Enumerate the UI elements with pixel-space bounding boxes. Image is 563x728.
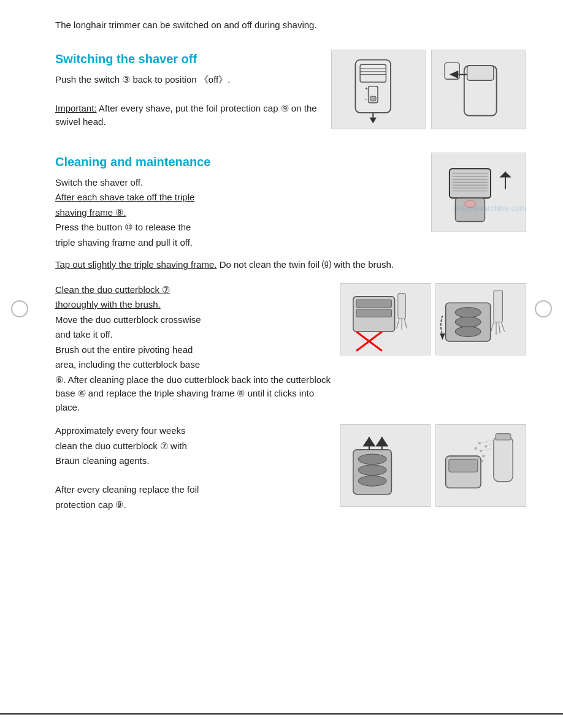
svg-point-66 (477, 458, 479, 460)
svg-point-40 (455, 317, 481, 327)
cleaning-line2: After each shave take off the triple (55, 191, 425, 205)
svg-rect-12 (467, 66, 493, 80)
cleaning-top-row: Cleaning and maintenance Switch the shav… (55, 153, 526, 251)
right-binding-circle (535, 300, 552, 317)
important-label: Important: (55, 103, 97, 113)
svg-point-49 (358, 454, 386, 464)
section-cleaning-title: Cleaning and maintenance (55, 153, 425, 171)
cleaning-line3a: Press the button ⑩ to release the (55, 221, 425, 235)
tap-rest: Do not clean the twin foil ⒢ with the br… (216, 259, 393, 270)
svg-text:-: - (364, 96, 366, 102)
tap-underline: Tap out slightly the triple shaving fram… (55, 259, 216, 270)
svg-point-61 (480, 449, 482, 452)
clean-line2: thoroughly with the brush. (55, 298, 334, 312)
cleaning-bottom-images (340, 424, 526, 507)
cleaning-top-images (431, 153, 526, 232)
svg-point-65 (481, 460, 483, 462)
svg-point-50 (358, 464, 386, 475)
svg-point-60 (484, 445, 487, 447)
section-switching-para2: Important: After every shave, put the fo… (55, 102, 325, 129)
left-binding-circle (11, 300, 28, 317)
cleaning-agent-image2 (435, 424, 526, 507)
approx-line1: Approximately every four weeks (55, 424, 334, 438)
foil-cap-image (431, 50, 526, 129)
svg-point-64 (475, 447, 477, 449)
intro-text: The longhair trimmer can be switched on … (55, 18, 526, 32)
cleaning-line2b-underline: shaving frame ⑧. (55, 207, 126, 218)
clean-underline1: Clean the duo cutterblock ⑦ (55, 284, 170, 295)
svg-rect-6 (370, 96, 376, 101)
cleaning-line2-underline: After each shave take off the triple (55, 192, 194, 202)
cleaning-bottom-text: Approximately every four weeks clean the… (55, 424, 340, 513)
cleaning-bottom-row: Approximately every four weeks clean the… (55, 424, 526, 513)
brush-line1: Brush out the entire pivoting head (55, 343, 334, 357)
move-line2: and take it off. (55, 328, 334, 342)
cleaning-mid-images (340, 283, 526, 355)
svg-rect-58 (494, 437, 513, 482)
svg-rect-42 (494, 290, 503, 322)
clean-underline2: thoroughly with the brush. (55, 299, 161, 309)
brush-line3: ⑥. After cleaning place the duo cutterbl… (55, 373, 334, 415)
svg-text:+: + (364, 85, 367, 91)
section-switching-title: Switching the shaver off (55, 50, 325, 68)
tap-para: Tap out slightly the triple shaving fram… (55, 258, 526, 272)
cleaning-line1: Switch the shaver off. (55, 176, 425, 190)
cleaning-text-col: Cleaning and maintenance Switch the shav… (55, 153, 431, 251)
svg-line-45 (499, 322, 500, 334)
svg-line-35 (404, 319, 407, 328)
svg-marker-13 (450, 70, 458, 78)
after-line2: protection cap ⑨. (55, 498, 334, 512)
brush-x-image (340, 283, 431, 355)
svg-point-28 (464, 200, 476, 208)
svg-rect-1 (360, 64, 386, 82)
svg-point-51 (358, 476, 386, 486)
brush-clean-image (435, 283, 526, 355)
svg-line-68 (481, 448, 494, 450)
svg-point-41 (455, 327, 481, 337)
cleaning-mid-text: Clean the duo cutterblock ⑦ thoroughly w… (55, 283, 340, 416)
cleaning-line3b: triple shaving frame and pull it off. (55, 236, 425, 250)
brush-num: ⑥ (55, 374, 63, 385)
section-cleaning: Cleaning and maintenance Switch the shav… (55, 153, 526, 514)
svg-rect-57 (449, 459, 478, 472)
bottom-rule (0, 713, 563, 715)
svg-rect-16 (450, 169, 491, 198)
svg-line-46 (501, 322, 504, 332)
svg-rect-31 (356, 309, 391, 317)
approx-line2: clean the duo cutterblock ⑦ with (55, 439, 334, 453)
svg-rect-32 (398, 294, 406, 319)
after-line1: After every cleaning replace the foil (55, 483, 334, 497)
approx-line3: Braun cleaning agents. (55, 454, 334, 468)
cleaning-mid-row: Clean the duo cutterblock ⑦ thoroughly w… (55, 283, 526, 416)
svg-line-33 (397, 319, 399, 328)
clean-line1: Clean the duo cutterblock ⑦ (55, 283, 334, 297)
svg-marker-10 (369, 118, 377, 124)
shaver-switch-image: + - (331, 50, 426, 129)
section-switching-text: Switching the shaver off Push the switch… (55, 50, 331, 131)
section-switching: Switching the shaver off Push the switch… (55, 50, 526, 131)
section-switching-para1: Push the switch ③ back to position 《off》… (55, 73, 325, 87)
svg-line-69 (480, 440, 494, 443)
cleaning-line2b: shaving frame ⑧. (55, 206, 425, 220)
section-switching-images: + - (331, 50, 526, 129)
brush-cont: . After cleaning place the duo cutterblo… (55, 374, 331, 412)
frame-removal-image (431, 153, 526, 232)
svg-marker-47 (440, 333, 445, 339)
move-line1: Move the duo cutterblock crosswise (55, 313, 334, 327)
svg-point-39 (455, 308, 481, 318)
brush-line2: area, including the cutterblock base (55, 358, 334, 372)
svg-rect-59 (496, 433, 511, 439)
svg-line-67 (486, 443, 494, 446)
cleaning-agent-image1 (340, 424, 431, 507)
svg-point-63 (482, 455, 484, 457)
svg-rect-30 (356, 300, 391, 308)
